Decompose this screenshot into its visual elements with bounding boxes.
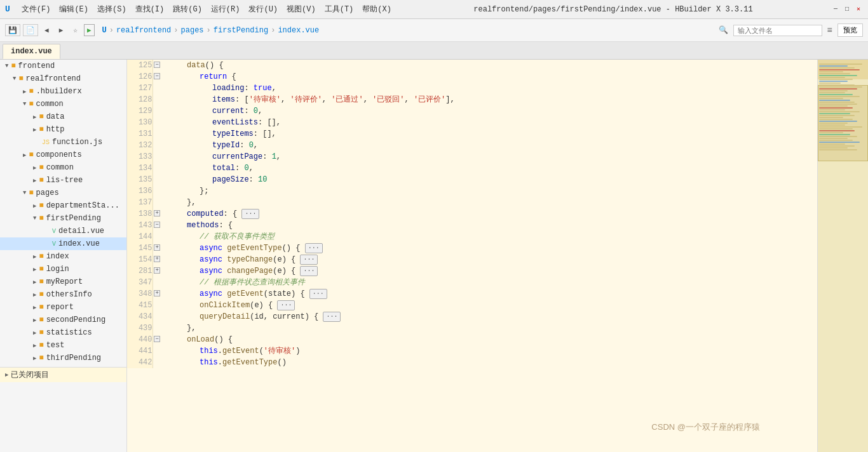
sidebar-item-report[interactable]: ▶ ■ report	[0, 301, 126, 314]
sidebar-item-hbuilderx[interactable]: ▶ ■ .hbuilderx	[0, 85, 126, 98]
sidebar-item-thirdpending[interactable]: ▶ ■ thirdPending	[0, 352, 126, 364]
fold-plus-icon[interactable]: +	[154, 290, 160, 296]
sidebar-item-components[interactable]: ▶ ■ components	[0, 149, 126, 161]
breadcrumb-realfrontend[interactable]: realfrontend	[116, 26, 171, 35]
menu-edit[interactable]: 编辑(E)	[55, 3, 92, 16]
fold-plus-icon[interactable]: +	[154, 244, 160, 251]
line-number: 134	[127, 163, 153, 174]
sidebar-item-already-closed[interactable]: ▶ 已关闭项目	[0, 367, 126, 382]
sidebar-item-lis-tree[interactable]: ▶ ■ lis-tree	[0, 174, 126, 187]
fold-control[interactable]: +	[153, 243, 161, 254]
line-number: 127	[127, 83, 153, 94]
menu-file[interactable]: 文件(F)	[18, 3, 55, 16]
sidebar-item-common[interactable]: ▼ ■ common	[0, 98, 126, 110]
menu-select[interactable]: 选择(S)	[93, 3, 130, 16]
menu-tools[interactable]: 工具(T)	[321, 3, 358, 16]
filter-icon[interactable]: ≡	[827, 25, 832, 36]
folder-icon: ■	[29, 189, 33, 197]
maximize-button[interactable]: □	[843, 5, 851, 14]
sidebar-item-http[interactable]: ▶ ■ http	[0, 123, 126, 136]
menu-bar: 文件(F) 编辑(E) 选择(S) 查找(I) 跳转(G) 运行(R) 发行(U…	[18, 3, 395, 16]
sidebar-item-frontend[interactable]: ▼ ■ frontend	[0, 60, 126, 72]
toolbar-forward[interactable]: ▶	[55, 25, 67, 36]
fold-minus-icon[interactable]: −	[154, 222, 160, 228]
collapsed-indicator[interactable]: ···	[305, 243, 323, 253]
table-row: 415 onClickItem(e) { ···	[127, 300, 817, 311]
sidebar-item-statistics[interactable]: ▶ ■ statistics	[0, 326, 126, 339]
fold-minus-icon[interactable]: −	[154, 73, 160, 79]
sidebar-label: report	[46, 303, 74, 312]
folder-icon: ■	[39, 316, 43, 324]
line-number: 348	[127, 288, 153, 300]
close-button[interactable]: ✕	[854, 5, 863, 14]
code-content: onLoad() {	[161, 334, 817, 345]
tab-index-vue[interactable]: index.vue	[3, 44, 60, 59]
sidebar-item-departmentsta[interactable]: ▶ ■ departmentSta...	[0, 199, 126, 212]
sidebar-item-test[interactable]: ▶ ■ test	[0, 339, 126, 352]
line-number: 415	[127, 300, 153, 311]
toolbar-back[interactable]: ◀	[41, 25, 53, 36]
code-content: async getEventType() { ···	[161, 243, 817, 254]
collapsed-indicator[interactable]: ···	[323, 312, 341, 322]
preview-button[interactable]: 预览	[837, 23, 863, 37]
breadcrumb-firstpending[interactable]: firstPending	[214, 26, 268, 35]
minimize-button[interactable]: ─	[831, 5, 840, 14]
menu-run[interactable]: 运行(R)	[207, 3, 244, 16]
table-row: 126 − return {	[127, 71, 817, 83]
menu-jump[interactable]: 跳转(G)	[169, 3, 206, 16]
sidebar-item-components-common[interactable]: ▶ ■ common	[0, 161, 126, 174]
window-title: realfrontend/pages/firstPending/index.vu…	[473, 5, 752, 14]
fold-control[interactable]: −	[153, 334, 161, 345]
sidebar-item-index-vue[interactable]: V index.vue	[0, 237, 126, 250]
line-number: 137	[127, 197, 153, 208]
sidebar-item-pages[interactable]: ▼ ■ pages	[0, 187, 126, 199]
toolbar-star[interactable]: ☆	[69, 25, 81, 36]
breadcrumb-pages[interactable]: pages	[181, 26, 204, 35]
fold-control[interactable]: −	[153, 220, 161, 231]
collapsed-indicator[interactable]: ···	[309, 289, 327, 299]
menu-view[interactable]: 视图(V)	[283, 3, 320, 16]
sidebar-item-myreport[interactable]: ▶ ■ myReport	[0, 276, 126, 288]
js-file-icon: JS	[42, 139, 50, 146]
fold-control	[153, 83, 161, 94]
sidebar-item-login[interactable]: ▶ ■ login	[0, 263, 126, 276]
fold-control[interactable]: −	[153, 71, 161, 83]
code-content: this.getEvent('待审核')	[161, 345, 817, 357]
fold-control[interactable]: +	[153, 254, 161, 265]
fold-plus-icon[interactable]: +	[154, 256, 160, 262]
menu-find[interactable]: 查找(I)	[132, 3, 168, 16]
fold-plus-icon[interactable]: +	[154, 267, 160, 274]
toolbar-new[interactable]: 📄	[23, 24, 38, 36]
sidebar-item-secondpending[interactable]: ▶ ■ secondPending	[0, 314, 126, 326]
sidebar-item-index[interactable]: ▶ ■ index	[0, 250, 126, 263]
fold-control[interactable]: +	[153, 288, 161, 300]
fold-control[interactable]: −	[153, 60, 161, 71]
menu-publish[interactable]: 发行(U)	[245, 3, 281, 16]
sidebar-item-detail-vue[interactable]: V detail.vue	[0, 225, 126, 237]
sidebar-label: othersInfo	[46, 290, 92, 299]
menu-help[interactable]: 帮助(X)	[358, 3, 395, 16]
collapsed-indicator[interactable]: ···	[300, 266, 318, 276]
fold-control[interactable]: +	[153, 208, 161, 220]
line-number: 128	[127, 94, 153, 105]
sidebar-item-othersinfo[interactable]: ▶ ■ othersInfo	[0, 288, 126, 301]
sidebar-item-realfrontend[interactable]: ▼ ■ realfrontend	[0, 72, 126, 85]
line-number: 131	[127, 128, 153, 140]
collapsed-indicator[interactable]: ···	[241, 209, 259, 219]
breadcrumb-file[interactable]: index.vue	[278, 26, 319, 35]
fold-minus-icon[interactable]: −	[154, 62, 160, 68]
collapsed-indicator[interactable]: ···	[277, 300, 295, 310]
code-editor[interactable]: 125 − data() { 126 − return { 127 loadin…	[127, 60, 817, 452]
toolbar-run[interactable]: ▶	[84, 24, 95, 36]
sidebar-item-firstpending[interactable]: ▼ ■ firstPending	[0, 212, 126, 225]
fold-plus-icon[interactable]: +	[154, 210, 160, 216]
sidebar-item-functionjs[interactable]: JS function.js	[0, 136, 126, 149]
collapsed-indicator[interactable]: ···	[300, 255, 318, 265]
fold-control[interactable]: +	[153, 265, 161, 277]
chevron-down-icon: ▼	[23, 101, 26, 107]
sidebar-label: index	[46, 252, 69, 261]
sidebar-item-data[interactable]: ▶ ■ data	[0, 110, 126, 123]
fold-minus-icon[interactable]: −	[154, 336, 160, 342]
file-search-input[interactable]	[733, 25, 822, 36]
toolbar-save[interactable]: 💾	[5, 24, 20, 36]
